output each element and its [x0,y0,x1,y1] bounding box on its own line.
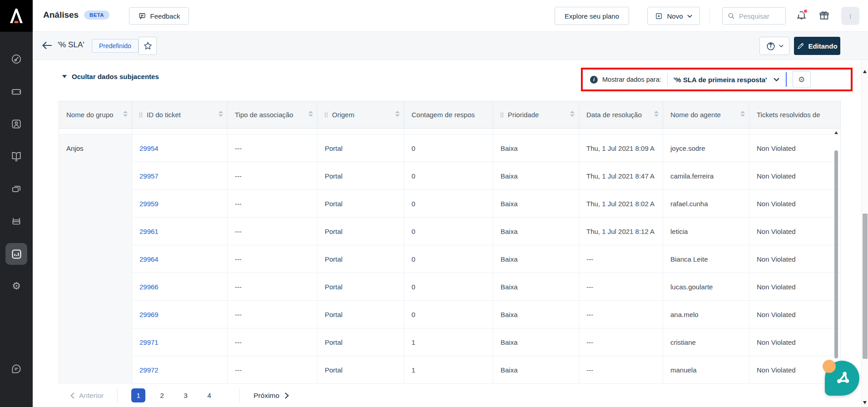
divider [117,389,118,402]
chevron-down-icon [774,78,779,81]
contact-icon [10,118,22,130]
sidebar-item-contacts[interactable] [5,113,27,135]
group-cell: Anjos [59,134,132,384]
back-button[interactable] [41,40,54,52]
chevron-down-icon [779,45,784,47]
gear-icon: ⚙ [12,281,21,291]
column-header-origem[interactable]: Origem [317,101,404,128]
ticket-link[interactable]: 29964 [139,255,159,263]
table-body: Anjos 29954 --- Portal 0 Baixa Thu, 1 Ju… [59,134,840,384]
ticket-link[interactable]: 29954 [139,144,159,152]
scroll-up-icon[interactable] [863,70,867,73]
ticket-link[interactable]: 29959 [139,200,159,208]
ticket-link[interactable]: 29961 [139,228,159,235]
sidebar-item-help[interactable] [5,358,27,380]
editing-button[interactable]: Editando [794,37,840,55]
feedback-label: Feedback [150,12,180,20]
drag-handle-icon[interactable] [139,113,140,114]
sidebar-item-analytics[interactable] [5,243,27,265]
scroll-up-icon[interactable] [834,131,838,134]
info-icon: i [590,76,598,84]
page-button-3[interactable]: 3 [179,388,193,402]
feedback-bubble-icon [138,12,146,20]
export-icon [766,41,776,51]
table-row: 29969 --- Portal 0 Baixa --- ana.melo No… [132,301,840,328]
ticket-link[interactable]: 29972 [139,366,159,374]
page-scrollbar[interactable] [861,60,868,407]
freshworks-logo[interactable] [0,0,33,32]
search-input[interactable] [739,12,780,20]
table-row: 29961 --- Portal 0 Baixa Thu, 1 Jul 2021… [132,218,840,245]
column-header-prioridade[interactable]: Prioridade [493,101,579,128]
notifications-button[interactable] [795,10,808,22]
column-header-tickets-resolvidos[interactable]: Tickets resolvidos de [749,101,840,128]
sidebar-item-solutions[interactable] [5,145,27,167]
page-button-2[interactable]: 2 [155,388,169,402]
sort-icon[interactable] [123,111,128,117]
freshworks-logo-icon [10,8,23,24]
column-header-id-do-ticket[interactable]: ID do ticket [132,101,228,128]
topbar-divider [709,9,709,23]
chat-widget-button[interactable] [825,361,859,396]
dropdown-focus-edge [786,72,787,87]
sidebar-item-forums[interactable] [5,178,27,200]
search-icon [727,12,735,20]
collapse-underlying-data[interactable]: Ocultar dados subjacentes [62,73,159,80]
export-button[interactable] [759,37,789,55]
table-settings-button[interactable]: ⚙ [793,71,811,88]
partial-scrolled-row [59,129,840,134]
gear-icon: ⚙ [798,76,805,84]
pencil-icon [797,42,804,50]
page-button-4[interactable]: 4 [202,388,216,402]
sidebar-item-settings[interactable]: ⚙ [5,275,27,297]
predefined-badge[interactable]: Predefinido [92,39,139,53]
book-icon [10,150,22,162]
chat-bubbles-icon [10,183,22,195]
scroll-down-icon[interactable] [863,401,867,404]
sort-icon[interactable] [395,111,400,117]
avatar-initial: I [849,12,851,20]
column-header-tipo-de-associacao[interactable]: Tipo de associação [228,101,317,128]
column-header-contagem-de-respostas[interactable]: Contagem de respos [404,101,493,128]
notification-dot [803,9,808,14]
previous-page-button[interactable]: Anterior [70,392,104,400]
chevron-right-icon [285,392,289,399]
table-scrollbar[interactable] [833,130,839,384]
ticket-link[interactable]: 29966 [139,283,159,291]
sort-icon[interactable] [570,111,575,117]
sidebar-item-dashboard[interactable] [5,48,27,70]
sort-icon[interactable] [740,111,745,117]
report-toolbar: '% SLA' Predefinido Editando [33,32,868,60]
sidebar-item-bots[interactable] [5,210,27,232]
ticket-link[interactable]: 29957 [139,172,159,180]
page-title: Análises [43,10,79,20]
whats-new-button[interactable] [818,10,830,22]
favorite-button[interactable] [139,37,157,55]
sidebar-item-tickets[interactable] [5,81,27,103]
drag-handle-icon[interactable] [325,113,326,114]
column-header-nome-do-grupo[interactable]: Nome do grupo [59,101,132,128]
avatar[interactable]: I [841,7,859,25]
explore-plan-button[interactable]: Explore seu plano [555,7,629,25]
column-header-nome-do-agente[interactable]: Nome do agente [663,101,749,128]
chat-notification-dot [823,360,836,373]
search-box[interactable] [722,7,786,25]
page-scrollbar-thumb[interactable] [863,213,868,359]
column-header-data-de-resolucao[interactable]: Data de resolução [579,101,663,128]
table-row: 29972 --- Portal 1 Baixa --- manuela Non… [132,356,840,384]
sort-icon[interactable] [654,111,659,117]
beta-badge: BETA [84,10,109,20]
new-button[interactable]: Novo [647,7,700,25]
feedback-button[interactable]: Feedback [129,7,189,25]
table-scrollbar-thumb[interactable] [834,150,838,358]
metric-dropdown[interactable]: '% SLA de primeira resposta' [674,76,779,84]
table-row: 29957 --- Portal 0 Baixa Thu, 1 Jul 2021… [132,162,840,190]
page-button-1[interactable]: 1 [131,388,145,402]
divider [667,73,668,86]
ticket-link[interactable]: 29969 [139,311,159,318]
next-page-button[interactable]: Próximo [253,392,289,400]
ticket-link[interactable]: 29971 [139,338,159,346]
sort-icon[interactable] [308,111,313,117]
drag-handle-icon[interactable] [501,113,501,114]
sort-icon[interactable] [218,111,223,117]
